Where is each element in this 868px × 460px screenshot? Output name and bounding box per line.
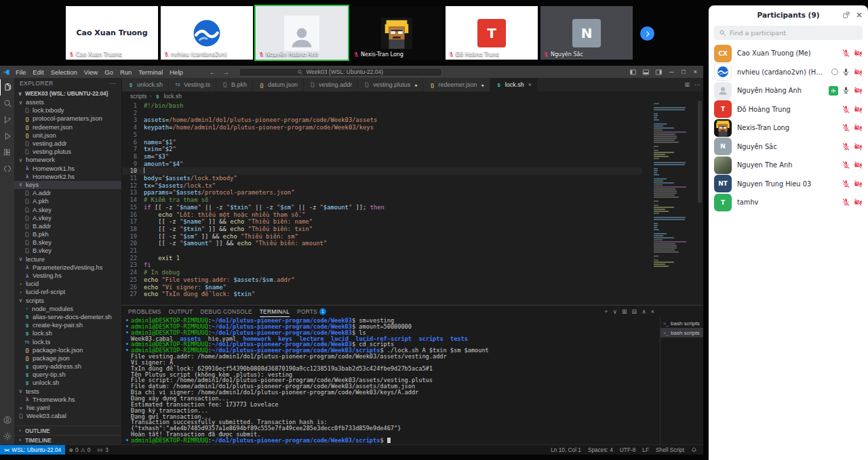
project-root-folder[interactable]: ∨ WEEK03 (WSL: UBUNTU-22.04) bbox=[14, 89, 121, 98]
tree-item-create-key-pair-sh[interactable]: $create-key-pair.sh bbox=[14, 321, 121, 329]
menu-view[interactable]: View bbox=[81, 68, 101, 76]
status-cursor-position[interactable]: Ln 10, Col 1 bbox=[547, 446, 585, 453]
participant-row-nguyen-trung-hieu-03[interactable]: NTNguyen Trung Hieu 03 bbox=[709, 175, 868, 194]
panel-tab-ports[interactable]: PORTS1 bbox=[297, 306, 326, 317]
tree-item-keys[interactable]: ∨keys bbox=[14, 181, 121, 189]
video-tile-ho-ng-trung[interactable]: TĐỗ Hoàng Trung bbox=[446, 6, 538, 60]
editor-tab-unlock-sh[interactable]: $unlock.sh bbox=[122, 78, 169, 91]
status-eol[interactable]: LF bbox=[639, 446, 652, 453]
settings-gear-icon[interactable] bbox=[0, 428, 14, 444]
tree-item-vesting-addr[interactable]: vesting.addr bbox=[14, 140, 121, 148]
tree-item-lock-txbody[interactable]: lock.txbody bbox=[14, 106, 121, 114]
tree-item-week03-cabal[interactable]: Week03.cabal bbox=[14, 412, 121, 420]
layout-panel-icon[interactable] bbox=[642, 68, 650, 76]
tree-item-b-pkh[interactable]: B.pkh bbox=[14, 230, 121, 238]
video-tile-nexis-tran-long[interactable]: Nexis-Tran Long bbox=[351, 6, 443, 60]
editor-tab-redeemer-json[interactable]: {}redeemer.json● bbox=[423, 78, 490, 91]
participant-row-nexis-tran-long[interactable]: Nexis-Tran Long bbox=[709, 119, 868, 138]
tree-item-thomework-hs[interactable]: λTHomework.hs bbox=[14, 396, 121, 404]
participant-row-nguyen-the-anh[interactable]: Nguyen The Anh bbox=[709, 156, 868, 175]
editor-tab-vesting-addr[interactable]: vesting.addr bbox=[304, 78, 358, 91]
editor-more-actions-icon[interactable]: ⋯ bbox=[694, 81, 701, 88]
tree-item-node-modules[interactable]: ›node_modules bbox=[14, 305, 121, 313]
minimize-icon[interactable]: ─ bbox=[668, 68, 675, 75]
panel-tab-debug-console[interactable]: DEBUG CONSOLE bbox=[200, 306, 252, 317]
tree-item-package-json[interactable]: {}package.json bbox=[14, 354, 121, 362]
ports-status[interactable]: 3 bbox=[94, 446, 112, 453]
split-editor-icon[interactable]: ⊞ bbox=[684, 81, 690, 88]
editor-tab-datum-json[interactable]: {}datum.json bbox=[253, 78, 304, 91]
layout-sidebar-icon[interactable] bbox=[629, 68, 637, 76]
tree-item-b-addr[interactable]: B.addr bbox=[14, 222, 121, 230]
participant-row-cao-xuan-truong-me[interactable]: CXCao Xuan Truong (Me) bbox=[709, 44, 868, 63]
tree-item-protocol-parameters-json[interactable]: {}protocol-parameters.json bbox=[14, 114, 121, 123]
participant-row-nvhieu-cardano2vn-host[interactable]: nvhieu (cardano2vn) (Host) bbox=[709, 63, 868, 82]
command-center-search[interactable]: Week03 (WSL: Ubuntu-22.04) bbox=[239, 68, 442, 77]
menu-terminal[interactable]: Terminal bbox=[135, 68, 166, 76]
menu-go[interactable]: Go bbox=[101, 68, 117, 76]
tree-item-lock-ts[interactable]: TSlock.ts bbox=[14, 337, 121, 346]
remote-activity-icon[interactable] bbox=[0, 161, 14, 177]
tree-item-query-address-sh[interactable]: $query-address.sh bbox=[14, 362, 121, 371]
tree-item-vesting-hs[interactable]: λVesting.hs bbox=[14, 272, 121, 280]
gallery-next-button[interactable] bbox=[640, 26, 654, 41]
minimap[interactable] bbox=[652, 102, 695, 267]
tree-item-query-tip-sh[interactable]: $query-tip.sh bbox=[14, 371, 121, 379]
close-window-icon[interactable]: × bbox=[692, 68, 698, 75]
editor-tab-lock-sh[interactable]: $lock.sh× bbox=[490, 78, 538, 91]
terminal-dropdown-icon[interactable]: ∨ bbox=[612, 308, 617, 315]
terminal-instance[interactable]: >_bash scripts bbox=[660, 328, 703, 337]
status-language-mode[interactable]: Shell Script bbox=[652, 446, 688, 453]
split-terminal-icon[interactable]: ⊞ bbox=[622, 308, 627, 315]
tree-item-a-addr[interactable]: A.addr bbox=[14, 189, 121, 197]
history-back-icon[interactable]: ← bbox=[210, 68, 216, 76]
remote-indicator[interactable]: ><WSL: Ubuntu-22.04 bbox=[0, 445, 65, 455]
kill-terminal-icon[interactable]: ⊟ bbox=[632, 308, 637, 315]
timeline-section[interactable]: › TIMELINE bbox=[14, 435, 121, 444]
tree-item-redeemer-json[interactable]: {}redeemer.json bbox=[14, 123, 121, 131]
tree-item-b-skey[interactable]: B.skey bbox=[14, 238, 121, 247]
notifications-bell-icon[interactable] bbox=[688, 447, 701, 453]
status-indentation[interactable]: Spaces: 4 bbox=[585, 446, 616, 453]
tree-item-lock-sh[interactable]: $lock.sh bbox=[14, 329, 121, 337]
tree-item-lucid[interactable]: ›lucid bbox=[14, 280, 121, 288]
tree-item-lucid-ref-script[interactable]: ›lucid-ref-script bbox=[14, 288, 121, 296]
breadcrumb-item-lock-sh[interactable]: lock.sh bbox=[163, 93, 181, 100]
menu-edit[interactable]: Edit bbox=[29, 68, 47, 76]
tree-item-unit-json[interactable]: {}unit.json bbox=[14, 131, 121, 140]
menu-file[interactable]: File bbox=[12, 68, 29, 76]
participant-row-ho-ng-trung[interactable]: TĐỗ Hoàng Trung bbox=[709, 100, 868, 119]
breadcrumb-item-scripts[interactable]: scripts bbox=[130, 93, 147, 100]
terminal-output[interactable]: admin1@DESKTOP-RIMRUUQ:~/do1/plutus-pion… bbox=[122, 317, 660, 444]
video-tile-nguy-n-ho-ng-anh[interactable]: Nguyễn Hoàng Anh bbox=[256, 6, 348, 60]
participant-row-tamhv[interactable]: Ttamhv bbox=[709, 193, 868, 212]
search-activity-icon[interactable] bbox=[0, 96, 14, 112]
participant-search-input[interactable]: Find a participant bbox=[714, 26, 863, 40]
code-editor[interactable]: 1#!/bin/bash23assets=/home/admin1/do1/pl… bbox=[122, 101, 703, 305]
explorer-more-actions-icon[interactable]: ⋯ bbox=[110, 80, 116, 87]
tree-item-vesting-plutus[interactable]: vesting.plutus bbox=[14, 148, 121, 156]
outline-section[interactable]: › OUTLINE bbox=[14, 425, 121, 435]
debug-activity-icon[interactable] bbox=[0, 128, 14, 144]
editor-tab-b-pkh[interactable]: B.pkh bbox=[216, 78, 253, 91]
tree-item-homework2-hs[interactable]: λHomework2.hs bbox=[14, 173, 121, 181]
video-tile-cao-xuan-truong[interactable]: Cao Xuan TruongCao Xuan Truong bbox=[66, 6, 158, 60]
video-tile-nvhieu-cardano2vn[interactable]: nvhieu (cardano2vn) bbox=[161, 6, 253, 60]
panel-tab-terminal[interactable]: TERMINAL bbox=[260, 306, 290, 317]
tree-item-homework1-hs[interactable]: λHomework1.hs bbox=[14, 165, 121, 173]
layout-secondary-icon[interactable] bbox=[655, 68, 663, 76]
participant-row-nguy-n-ho-ng-anh[interactable]: Nguyễn Hoàng Anh bbox=[709, 81, 868, 100]
video-tile-nguy-n-s-c[interactable]: NNguyễn Sắc bbox=[540, 6, 633, 60]
tree-item-assets[interactable]: ∨assets bbox=[14, 98, 121, 106]
maximize-icon[interactable]: □ bbox=[680, 68, 686, 75]
problems-status[interactable]: ⊗0⚠0 bbox=[65, 446, 94, 453]
status-encoding[interactable]: UTF-8 bbox=[616, 446, 639, 453]
tree-item-b-vkey[interactable]: B.vkey bbox=[14, 247, 121, 255]
history-forward-icon[interactable]: → bbox=[222, 68, 229, 76]
participant-row-nguy-n-s-c[interactable]: NNguyễn Sắc bbox=[709, 138, 868, 156]
tree-item-unlock-sh[interactable]: $unlock.sh bbox=[14, 379, 121, 387]
tree-item-a-skey[interactable]: A.skey bbox=[14, 205, 121, 213]
close-panel-icon[interactable]: × bbox=[651, 308, 654, 315]
tree-item-a-vkey[interactable]: A.vkey bbox=[14, 214, 121, 222]
extensions-activity-icon[interactable] bbox=[0, 144, 14, 161]
